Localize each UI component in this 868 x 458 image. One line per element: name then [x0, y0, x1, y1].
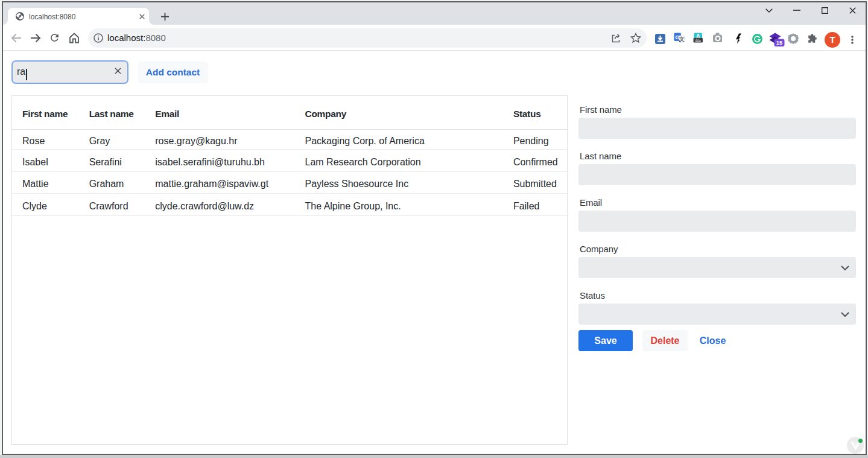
svg-text:15: 15	[776, 39, 783, 46]
svg-text:文: 文	[679, 36, 685, 42]
